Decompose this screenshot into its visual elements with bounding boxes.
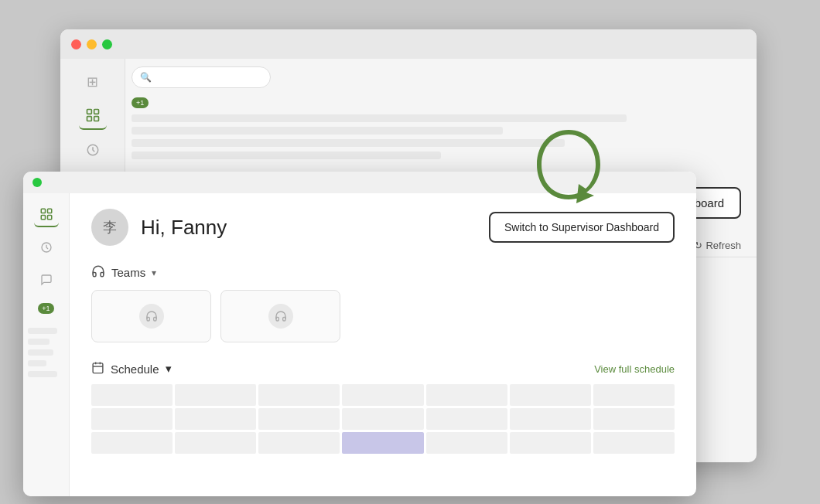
bg-refresh-button[interactable]: ↻ Refresh: [694, 240, 741, 251]
bg-refresh-label: Refresh: [706, 240, 741, 251]
fg-green-count-badge: +1: [38, 303, 53, 314]
fg-sidebar-users-icon[interactable]: [34, 203, 59, 227]
bg-search-box[interactable]: 🔍: [132, 66, 271, 88]
svg-rect-10: [93, 363, 103, 373]
fg-cell-3-5: [426, 432, 507, 454]
tl-red[interactable]: [71, 39, 81, 49]
bg-titlebar: [60, 29, 757, 59]
fg-cell-2-5: [426, 408, 507, 430]
fg-schedule-row-2: [91, 408, 675, 430]
fg-team-card-2-icon: [268, 304, 293, 329]
fg-switch-to-supervisor-btn[interactable]: Switch to Supervisor Dashboard: [489, 212, 675, 243]
fg-teams-cards: [91, 290, 675, 342]
svg-rect-6: [47, 209, 51, 213]
fg-cell-1-7: [593, 384, 675, 406]
fg-cell-3-2: [175, 432, 256, 454]
bg-green-count-badge: +1: [132, 97, 149, 108]
fg-cell-1-4: [342, 384, 423, 406]
fg-schedule-label: Schedule: [111, 363, 159, 376]
fg-teams-label: Teams: [111, 266, 145, 279]
fg-avatar: 李: [91, 209, 128, 246]
svg-rect-3: [94, 117, 98, 121]
fg-cell-1-5: [426, 384, 507, 406]
fg-teams-headset-icon: [91, 264, 105, 281]
fg-schedule-row-3: [91, 432, 675, 454]
fg-cell-1-2: [175, 384, 256, 406]
fg-cell-2-7: [593, 408, 675, 430]
fg-cell-3-4-highlighted: [342, 432, 423, 454]
tl-yellow[interactable]: [87, 39, 97, 49]
fg-cell-1-3: [258, 384, 340, 406]
tl-green-bg[interactable]: [102, 39, 112, 49]
bg-sidebar-blur-content: [125, 108, 757, 165]
svg-rect-2: [87, 117, 91, 121]
svg-rect-7: [41, 216, 45, 220]
bg-search-icon: 🔍: [140, 72, 152, 83]
bg-sidebar-grid-icon[interactable]: ⊞: [79, 68, 107, 96]
fg-team-card-1[interactable]: [91, 290, 211, 342]
fg-team-card-2[interactable]: [220, 290, 340, 342]
fg-greeting: Hi, Fanny: [141, 216, 477, 240]
fg-cell-2-1: [91, 408, 173, 430]
fg-body: +1 李 Hi, Fanny Switch to Supervisor Dash…: [23, 193, 696, 496]
fg-cell-3-3: [258, 432, 340, 454]
fg-schedule-row-1: [91, 384, 675, 406]
fg-schedule-grid-container: [91, 384, 675, 456]
svg-rect-0: [87, 110, 91, 114]
fg-teams-header[interactable]: Teams ▾: [91, 264, 675, 281]
fg-avatar-initials: 李: [103, 218, 117, 237]
fg-cell-1-1: [91, 384, 173, 406]
fg-cell-1-6: [510, 384, 591, 406]
fg-cell-2-6: [510, 408, 591, 430]
svg-rect-5: [41, 209, 45, 213]
fg-cell-2-4: [342, 408, 423, 430]
fg-sidebar-history-icon[interactable]: [34, 235, 59, 260]
fg-team-card-1-icon: [139, 304, 164, 329]
fg-cell-3-6: [510, 432, 591, 454]
fg-schedule-chevron-icon: ▾: [166, 362, 172, 376]
fg-cell-3-7: [593, 432, 675, 454]
fg-view-full-schedule-link[interactable]: View full schedule: [594, 363, 675, 375]
fg-cell-2-2: [175, 408, 256, 430]
fg-sidebar-chat-icon[interactable]: [34, 267, 59, 292]
svg-rect-8: [47, 216, 51, 220]
fg-header: 李 Hi, Fanny Switch to Supervisor Dashboa…: [91, 209, 675, 246]
bg-sidebar-users-icon[interactable]: [79, 102, 107, 130]
fg-sidebar: +1: [23, 193, 70, 496]
fg-cell-2-3: [258, 408, 340, 430]
fg-cell-3-1: [91, 432, 173, 454]
fg-sidebar-blur-items: [23, 328, 69, 377]
refresh-arrow-icon: [526, 122, 611, 207]
bg-search-area: 🔍 +1: [125, 59, 757, 108]
fg-calendar-icon: [91, 361, 104, 376]
fg-tl-green[interactable]: [32, 178, 42, 187]
fg-teams-chevron-icon: ▾: [152, 267, 156, 278]
svg-rect-1: [94, 110, 98, 114]
fg-schedule-toggle[interactable]: Schedule ▾: [91, 361, 172, 376]
fg-window: +1 李 Hi, Fanny Switch to Supervisor Dash…: [23, 172, 696, 496]
fg-main: 李 Hi, Fanny Switch to Supervisor Dashboa…: [70, 193, 696, 496]
bg-sidebar-history-icon[interactable]: [79, 136, 107, 164]
fg-schedule-header: Schedule ▾ View full schedule: [91, 361, 675, 376]
